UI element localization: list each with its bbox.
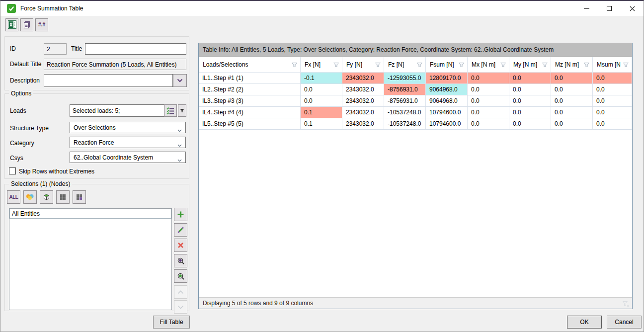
value-cell: 0.0 bbox=[509, 95, 551, 106]
column-filter-icon[interactable] bbox=[623, 62, 629, 69]
column-filter-icon[interactable] bbox=[333, 62, 339, 69]
value-cell: -12593055.0 bbox=[384, 73, 426, 83]
chevron-up-icon bbox=[177, 290, 184, 294]
table-body: IL1..Step #1 (1)-0.12343032.0-12593055.0… bbox=[199, 73, 632, 130]
column-header-6[interactable]: My [N m] bbox=[509, 57, 551, 72]
delete-selection-button[interactable] bbox=[174, 239, 187, 252]
clear-filter-icon[interactable] bbox=[622, 300, 629, 309]
copy-table-button[interactable] bbox=[20, 18, 33, 31]
select-all-button[interactable]: ALL bbox=[7, 190, 20, 204]
description-field[interactable] bbox=[44, 74, 173, 87]
value-cell: -10537248.0 bbox=[384, 118, 426, 129]
column-header-5[interactable]: Mx [N m] bbox=[468, 57, 509, 72]
chevron-down-icon bbox=[177, 79, 183, 83]
select-by-solid-button[interactable] bbox=[40, 190, 53, 204]
options-section: Options Loads Structure Type Over Select… bbox=[4, 93, 189, 179]
filter-dropdown-icon bbox=[180, 109, 184, 113]
csys-label: Csys bbox=[10, 155, 23, 162]
select-by-panel-button[interactable] bbox=[56, 190, 70, 204]
table-row[interactable]: IL3..Step #3 (3)0.02343032.0-8756931.090… bbox=[199, 95, 632, 107]
skip-rows-label: Skip Rows without Extremes bbox=[19, 168, 94, 175]
number-format-button[interactable]: #.# bbox=[35, 18, 48, 31]
column-filter-icon[interactable] bbox=[500, 62, 506, 69]
column-header-label: My [N m] bbox=[513, 61, 537, 68]
column-header-4[interactable]: Fsum [N] bbox=[426, 57, 468, 72]
description-dropdown-button[interactable] bbox=[173, 74, 187, 87]
column-header-label: Loads/Selections bbox=[203, 61, 248, 68]
column-header-8[interactable]: Msum [N m] bbox=[593, 57, 632, 72]
move-down-button[interactable] bbox=[174, 300, 187, 314]
copy-icon bbox=[23, 21, 31, 29]
column-filter-icon[interactable] bbox=[583, 62, 590, 69]
structure-type-value: Over Selections bbox=[74, 124, 116, 131]
table-row[interactable]: IL2..Step #2 (2)0.02343032.0-8756931.090… bbox=[199, 84, 632, 95]
loads-dropdown-button[interactable] bbox=[178, 104, 186, 117]
close-button[interactable] bbox=[621, 1, 644, 16]
row-label-cell: IL5..Step #5 (5) bbox=[199, 118, 301, 129]
loads-field[interactable] bbox=[70, 104, 165, 117]
value-cell: -10537248.0 bbox=[384, 107, 426, 118]
dialog-title: Force Summation Table bbox=[20, 5, 83, 12]
preview-selection-button[interactable] bbox=[174, 254, 187, 267]
dialog-toolbar: #.# bbox=[0, 16, 644, 33]
category-select[interactable]: Reaction Force bbox=[70, 137, 186, 148]
structure-type-label: Structure Type bbox=[10, 125, 49, 132]
selections-group-label: Selections (1) (Nodes) bbox=[9, 180, 72, 187]
maximize-button[interactable] bbox=[598, 1, 621, 16]
ok-button[interactable]: OK bbox=[567, 316, 602, 329]
value-cell: 0.0 bbox=[551, 107, 593, 118]
value-cell: 10794600.0 bbox=[426, 107, 468, 118]
select-by-color-button[interactable] bbox=[23, 190, 37, 204]
column-header-7[interactable]: Mz [N m] bbox=[551, 57, 593, 72]
value-cell: 0.0 bbox=[509, 118, 551, 129]
minimize-icon bbox=[584, 8, 589, 9]
excel-icon bbox=[8, 20, 16, 29]
minimize-button[interactable] bbox=[575, 1, 598, 16]
value-cell: 0.0 bbox=[301, 84, 342, 95]
column-filter-icon[interactable] bbox=[542, 62, 548, 69]
value-cell: 2343032.0 bbox=[342, 95, 384, 106]
value-cell: 0.0 bbox=[593, 95, 632, 106]
table-row[interactable]: IL5..Step #5 (5)0.12343032.0-10537248.01… bbox=[199, 118, 632, 130]
basic-fields-section: ID Title Default Title Description bbox=[4, 36, 189, 90]
cube-icon bbox=[42, 193, 51, 201]
value-cell: 0.0 bbox=[593, 84, 632, 95]
show-selection-button[interactable] bbox=[174, 269, 187, 283]
column-filter-icon[interactable] bbox=[458, 62, 465, 69]
column-header-3[interactable]: Fz [N] bbox=[384, 57, 426, 72]
titlebar: Force Summation Table bbox=[0, 1, 644, 16]
column-filter-icon[interactable] bbox=[291, 62, 298, 69]
cancel-button[interactable]: Cancel bbox=[607, 316, 642, 329]
title-field[interactable] bbox=[85, 43, 186, 55]
column-header-label: Fz [N] bbox=[388, 61, 404, 68]
value-cell: 0.0 bbox=[551, 95, 593, 106]
default-title-label: Default Title bbox=[10, 61, 41, 68]
table-info-bar: Table Info: All Entities, 5 Loads, Type:… bbox=[199, 43, 632, 57]
table-row[interactable]: IL1..Step #1 (1)-0.12343032.0-12593055.0… bbox=[199, 73, 632, 84]
description-label: Description bbox=[10, 77, 40, 84]
select-by-property-button[interactable] bbox=[73, 190, 86, 204]
edit-selection-button[interactable] bbox=[174, 223, 187, 237]
chevron-down-icon bbox=[177, 127, 182, 134]
column-header-0[interactable]: Loads/Selections bbox=[199, 57, 301, 72]
column-header-1[interactable]: Fx [N] bbox=[301, 57, 342, 72]
csys-select[interactable]: 62..Global Coordinate System bbox=[70, 152, 186, 163]
default-title-field bbox=[44, 59, 186, 70]
column-header-label: Fx [N] bbox=[305, 61, 321, 68]
selections-list[interactable]: All Entities bbox=[9, 208, 172, 310]
structure-type-select[interactable]: Over Selections bbox=[70, 122, 186, 133]
export-excel-button[interactable] bbox=[5, 18, 18, 31]
delete-x-icon bbox=[177, 242, 184, 249]
fill-table-button[interactable]: Fill Table bbox=[153, 316, 190, 329]
column-filter-icon[interactable] bbox=[416, 62, 423, 69]
selection-list-item[interactable]: All Entities bbox=[9, 209, 171, 219]
skip-rows-checkbox[interactable] bbox=[9, 167, 16, 174]
column-header-2[interactable]: Fy [N] bbox=[342, 57, 384, 72]
loads-select-list-button[interactable] bbox=[164, 104, 177, 117]
add-selection-button[interactable] bbox=[174, 208, 187, 221]
move-up-button[interactable] bbox=[174, 285, 187, 299]
column-filter-icon[interactable] bbox=[375, 62, 381, 69]
options-group-label: Options bbox=[9, 90, 33, 97]
table-row[interactable]: IL4..Step #4 (4)0.12343032.0-10537248.01… bbox=[199, 107, 632, 118]
close-icon bbox=[630, 6, 635, 11]
